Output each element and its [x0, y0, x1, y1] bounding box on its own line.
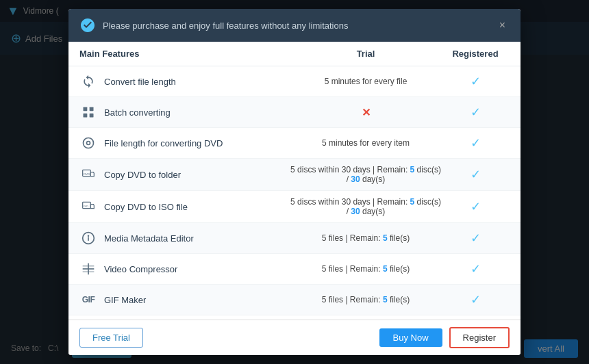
- feature-icon-copy-dvd-folder: DVD: [79, 166, 97, 183]
- checkmark-icon: ✓: [471, 75, 481, 88]
- checkmark-icon: ✓: [471, 262, 481, 276]
- checkmark-icon: ✓: [471, 231, 481, 245]
- svg-rect-0: [84, 107, 88, 112]
- modal-header-message: Please purchase and enjoy full features …: [103, 21, 348, 31]
- trial-text: 5 minutes for every item: [322, 138, 410, 148]
- feature-row-media-metadata: Media Metadata Editor 5 files | Remain: …: [68, 223, 521, 254]
- feature-list: Convert file length 5 minutes for every …: [68, 66, 521, 320]
- column-headers: Main Features Trial Registered: [68, 42, 521, 66]
- feature-row-video-compressor: Video Compressor 5 files | Remain: 5 fil…: [68, 254, 521, 285]
- feature-left-copy-dvd-folder: DVD Copy DVD to folder: [79, 166, 290, 183]
- feature-icon-batch-converting: [79, 103, 97, 121]
- feature-left-convert-file-length: Convert file length: [79, 73, 290, 90]
- feature-name-file-length-dvd: File length for converting DVD: [104, 138, 223, 148]
- modal-header-left: Please purchase and enjoy full features …: [79, 17, 348, 34]
- feature-left-batch-converting: Batch converting: [79, 103, 290, 121]
- trial-text: 5 discs within 30 days | Remain:: [290, 165, 410, 174]
- trial-highlight: 5: [383, 233, 388, 243]
- svg-point-5: [87, 142, 90, 145]
- feature-name-copy-dvd-folder: Copy DVD to folder: [104, 170, 181, 180]
- trial-text: 5 files | Remain:: [322, 233, 383, 243]
- registered-value-file-length-dvd: ✓: [441, 135, 510, 151]
- modal-header: Please purchase and enjoy full features …: [68, 9, 521, 42]
- trial-text: day(s): [360, 207, 386, 216]
- svg-rect-1: [90, 107, 94, 112]
- trial-value-file-length-dvd: 5 minutes for every item: [290, 138, 441, 148]
- trial-x-icon: ✕: [362, 107, 371, 118]
- col-feature-header: Main Features: [79, 49, 290, 59]
- col-trial-header: Trial: [290, 49, 441, 59]
- registered-value-batch-converting: ✓: [441, 105, 510, 120]
- feature-icon-gif-maker: GIF: [79, 291, 97, 309]
- feature-row-convert-file-length: Convert file length 5 minutes for every …: [68, 66, 521, 97]
- checkmark-icon: ✓: [471, 200, 481, 213]
- trial-highlight: 30: [351, 174, 360, 184]
- registered-value-copy-dvd-iso: ✓: [441, 199, 510, 214]
- svg-rect-3: [90, 114, 94, 118]
- registered-value-copy-dvd-folder: ✓: [441, 167, 510, 182]
- feature-row-batch-converting: Batch converting ✕ ✓: [68, 97, 521, 128]
- register-button[interactable]: Register: [449, 327, 510, 348]
- col-registered-header: Registered: [441, 49, 510, 59]
- buy-now-button[interactable]: Buy Now: [379, 328, 442, 347]
- feature-left-copy-dvd-iso: ISO Copy DVD to ISO file: [79, 198, 290, 216]
- trial-highlight: 30: [351, 207, 360, 216]
- feature-icon-copy-dvd-iso: ISO: [79, 198, 97, 216]
- trial-highlight: 5: [383, 264, 388, 274]
- checkmark-icon: ✓: [471, 105, 481, 119]
- feature-icon-video-compressor: [79, 260, 97, 278]
- trial-value-batch-converting: ✕: [290, 106, 441, 119]
- feature-icon-file-length-dvd: [79, 134, 97, 152]
- modal-overlay: Please purchase and enjoy full features …: [0, 0, 589, 364]
- feature-name-gif-maker: GIF Maker: [104, 295, 146, 305]
- feature-row-file-length-dvd: File length for converting DVD 5 minutes…: [68, 128, 521, 159]
- feature-name-copy-dvd-iso: Copy DVD to ISO file: [104, 202, 188, 212]
- feature-name-batch-converting: Batch converting: [104, 107, 171, 118]
- registered-value-gif-maker: ✓: [441, 292, 510, 307]
- registered-value-convert-file-length: ✓: [441, 74, 510, 89]
- trial-value-copy-dvd-iso: 5 discs within 30 days | Remain: 5 disc(…: [290, 197, 441, 216]
- feature-row-gif-maker: GIF GIF Maker 5 files | Remain: 5 file(s…: [68, 285, 521, 315]
- trial-value-gif-maker: 5 files | Remain: 5 file(s): [290, 295, 441, 304]
- feature-left-media-metadata: Media Metadata Editor: [79, 229, 290, 247]
- svg-text:DVD: DVD: [84, 172, 90, 176]
- trial-text: file(s): [388, 295, 410, 304]
- feature-icon-convert-file-length: [79, 73, 97, 90]
- free-trial-footer-button[interactable]: Free Trial: [79, 328, 143, 348]
- feature-name-convert-file-length: Convert file length: [104, 77, 176, 87]
- feature-left-file-length-dvd: File length for converting DVD: [79, 134, 290, 152]
- trial-highlight: 5: [383, 295, 388, 304]
- trial-text: 5 discs within 30 days | Remain:: [290, 197, 410, 207]
- modal-footer: Free Trial Buy Now Register: [68, 320, 521, 355]
- trial-text: file(s): [388, 233, 410, 243]
- svg-point-4: [84, 138, 94, 148]
- trial-text: file(s): [388, 264, 410, 274]
- feature-left-gif-maker: GIF GIF Maker: [79, 291, 290, 309]
- svg-rect-2: [84, 114, 88, 118]
- trial-text: 5 files | Remain:: [322, 264, 383, 274]
- vidmore-logo-icon: [79, 17, 96, 34]
- modal-close-button[interactable]: ×: [495, 18, 510, 32]
- feature-name-media-metadata: Media Metadata Editor: [104, 233, 194, 244]
- checkmark-icon: ✓: [471, 136, 481, 150]
- trial-value-convert-file-length: 5 minutes for every file: [290, 77, 441, 86]
- trial-value-video-compressor: 5 files | Remain: 5 file(s): [290, 264, 441, 274]
- trial-text: 5 minutes for every file: [325, 77, 408, 86]
- feature-icon-media-metadata: [79, 229, 97, 247]
- trial-value-media-metadata: 5 files | Remain: 5 file(s): [290, 233, 441, 243]
- registered-value-video-compressor: ✓: [441, 261, 510, 276]
- feature-row-copy-dvd-folder: DVD Copy DVD to folder 5 discs within 30…: [68, 159, 521, 191]
- feature-name-video-compressor: Video Compressor: [104, 264, 177, 274]
- feature-left-video-compressor: Video Compressor: [79, 260, 290, 278]
- checkmark-icon: ✓: [471, 293, 481, 307]
- trial-value-copy-dvd-folder: 5 discs within 30 days | Remain: 5 disc(…: [290, 165, 441, 184]
- feature-row-copy-dvd-iso: ISO Copy DVD to ISO file 5 discs within …: [68, 191, 521, 223]
- svg-text:ISO: ISO: [84, 205, 88, 208]
- checkmark-icon: ✓: [471, 168, 481, 181]
- trial-text: 5 files | Remain:: [322, 295, 383, 304]
- registered-value-media-metadata: ✓: [441, 231, 510, 246]
- trial-text: day(s): [360, 174, 386, 184]
- purchase-modal: Please purchase and enjoy full features …: [68, 9, 521, 355]
